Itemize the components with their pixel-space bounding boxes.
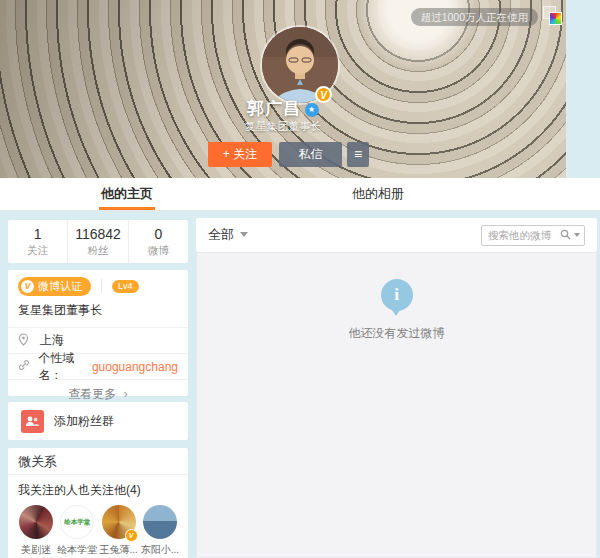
relation-avatar: [143, 505, 177, 539]
relation-user-1[interactable]: 美剧迷: [16, 505, 56, 557]
relations-card: 微关系 我关注的人也关注他(4) 美剧迷 绘本学堂 绘本学堂 V 王兔薄...: [8, 448, 188, 558]
view-more-label: 查看更多: [68, 387, 116, 401]
following-label: 关注: [8, 244, 67, 258]
fan-group-people-icon: [21, 410, 44, 433]
location-pin-icon: [18, 333, 32, 349]
domain-link[interactable]: guoguangchang: [92, 360, 178, 374]
relation-username: 东阳小...: [140, 543, 180, 557]
posts-count: 0: [129, 226, 188, 242]
empty-feed-message: 他还没有发过微博: [197, 325, 596, 342]
direct-message-button[interactable]: 私信: [279, 142, 342, 167]
relations-title: 微关系: [8, 448, 188, 475]
verified-description: 复星集团董事长: [8, 302, 188, 327]
relation-username: 绘本学堂: [57, 543, 97, 557]
followers-count: 116842: [68, 226, 127, 242]
link-icon: [18, 359, 30, 374]
more-actions-button[interactable]: ≡: [347, 142, 369, 167]
usage-count-badge: 超过1000万人正在使用: [411, 8, 538, 26]
verify-row: V 微博认证 Lv4: [8, 270, 188, 302]
profile-name: 郭广昌★: [0, 97, 566, 120]
relation-user-3[interactable]: V 王兔薄...: [99, 505, 139, 557]
weibo-verified-pill: V 微博认证: [18, 277, 91, 296]
location-row: 上海: [8, 327, 188, 353]
relation-logo-text: 绘本学堂: [60, 505, 94, 539]
search-input[interactable]: [488, 229, 558, 241]
stat-following[interactable]: 1 关注: [8, 220, 67, 263]
search-icon[interactable]: [560, 226, 571, 244]
relation-avatar: V: [102, 505, 136, 539]
weibo-profile-page: 超过1000万人正在使用 V 郭广昌★ 复星集团董事长 + 关注 私信 ≡ 他的…: [0, 0, 600, 558]
relation-username: 王兔薄...: [99, 543, 139, 557]
location-value: 上海: [40, 332, 64, 349]
relation-avatar: [19, 505, 53, 539]
relations-subtitle: 我关注的人也关注他(4): [8, 475, 188, 505]
relation-avatar: 绘本学堂: [60, 505, 94, 539]
add-fan-group-card[interactable]: 添加粉丝群: [8, 402, 188, 440]
daren-star-badge-icon: ★: [305, 103, 319, 117]
domain-label: 个性域名：: [38, 350, 91, 384]
verified-pill-label: 微博认证: [38, 279, 82, 294]
profile-tabbar: 他的主页 他的相册: [0, 178, 600, 211]
relation-user-2[interactable]: 绘本学堂 绘本学堂: [57, 505, 97, 557]
level-badge: Lv4: [112, 280, 139, 293]
relation-user-4[interactable]: 东阳小...: [140, 505, 180, 557]
follow-button[interactable]: + 关注: [208, 142, 272, 167]
profile-info-card: V 微博认证 Lv4 复星集团董事长 上海 个性域名： guoguangchan…: [8, 270, 188, 396]
cover-square-rainbow-icon: [549, 12, 562, 25]
domain-row: 个性域名： guoguangchang: [8, 353, 188, 379]
profile-verified-title: 复星集团董事长: [0, 119, 566, 134]
chevron-down-icon: [240, 232, 248, 237]
followers-label: 粉丝: [68, 244, 127, 258]
divider: [101, 279, 102, 293]
following-count: 1: [8, 226, 67, 242]
stat-followers[interactable]: 116842 粉丝: [67, 220, 127, 263]
stats-card: 1 关注 116842 粉丝 0 微博: [8, 220, 188, 263]
profile-name-text: 郭广昌: [247, 99, 301, 118]
relation-username: 美剧迷: [16, 543, 56, 557]
search-box: [481, 225, 585, 246]
search-options-caret-icon[interactable]: [574, 233, 580, 237]
filter-all-dropdown[interactable]: 全部: [208, 226, 248, 244]
verified-v-icon: V: [125, 529, 138, 542]
posts-label: 微博: [129, 244, 188, 258]
filter-all-label: 全部: [208, 227, 234, 242]
tab-his-album[interactable]: 他的相册: [346, 178, 410, 210]
info-bubble-icon: i: [381, 279, 413, 311]
add-fan-group-label: 添加粉丝群: [54, 413, 114, 430]
feed-empty-panel: i 他还没有发过微博: [196, 252, 597, 558]
feed-filter-bar: 全部: [196, 218, 597, 252]
chevron-right-icon: ›: [124, 387, 128, 401]
verified-v-icon: V: [21, 280, 34, 293]
change-cover-icon[interactable]: [543, 6, 562, 25]
relations-avatars: 美剧迷 绘本学堂 绘本学堂 V 王兔薄... 东阳小...: [8, 505, 188, 557]
tab-his-homepage[interactable]: 他的主页: [95, 178, 159, 210]
stat-posts[interactable]: 0 微博: [128, 220, 188, 263]
verified-v-icon: V: [315, 86, 332, 103]
